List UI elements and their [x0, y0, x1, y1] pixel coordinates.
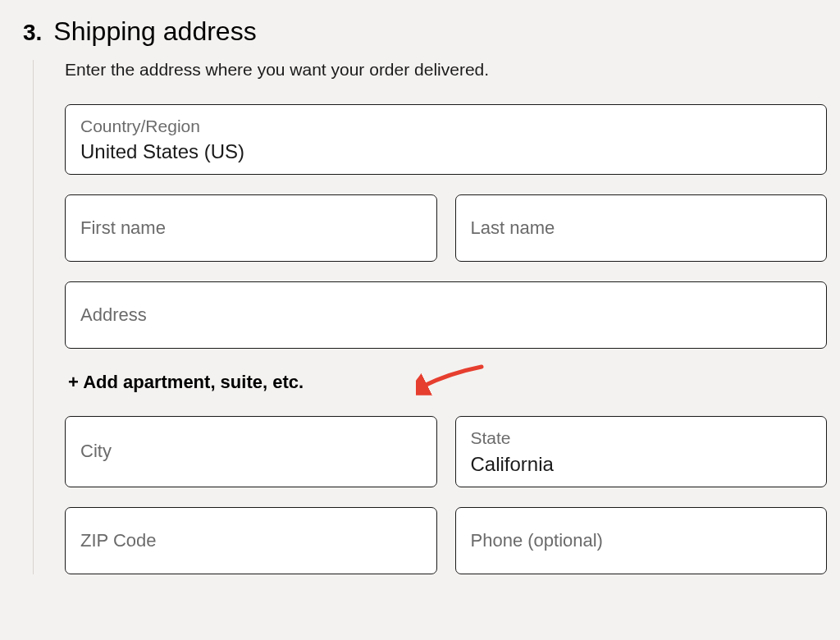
section-number: 3. — [23, 20, 42, 46]
shipping-form: Country/Region United States (US) First … — [65, 104, 827, 574]
address-field[interactable]: Address — [65, 281, 827, 349]
add-apartment-button[interactable]: + Add apartment, suite, etc. — [65, 368, 304, 396]
state-field[interactable]: State California — [455, 416, 828, 487]
country-value: United States (US) — [80, 139, 811, 164]
address-label: Address — [80, 304, 811, 327]
section-body: Enter the address where you want your or… — [33, 60, 840, 574]
zip-field[interactable]: ZIP Code — [65, 507, 437, 574]
phone-field[interactable]: Phone (optional) — [455, 507, 828, 574]
phone-label: Phone (optional) — [471, 529, 812, 553]
country-field[interactable]: Country/Region United States (US) — [65, 104, 827, 175]
country-label: Country/Region — [80, 115, 811, 137]
annotation-arrow-icon — [416, 362, 490, 401]
city-label: City — [80, 440, 422, 464]
last-name-field[interactable]: Last name — [455, 194, 828, 262]
section-title: Shipping address — [53, 16, 256, 47]
state-value: California — [471, 451, 812, 477]
section-header: 3. Shipping address — [10, 16, 840, 47]
state-label: State — [471, 427, 812, 449]
city-field[interactable]: City — [65, 416, 437, 487]
last-name-label: Last name — [471, 217, 812, 240]
section-subtitle: Enter the address where you want your or… — [65, 60, 827, 80]
first-name-field[interactable]: First name — [65, 194, 437, 262]
zip-label: ZIP Code — [80, 529, 422, 553]
first-name-label: First name — [80, 217, 422, 240]
